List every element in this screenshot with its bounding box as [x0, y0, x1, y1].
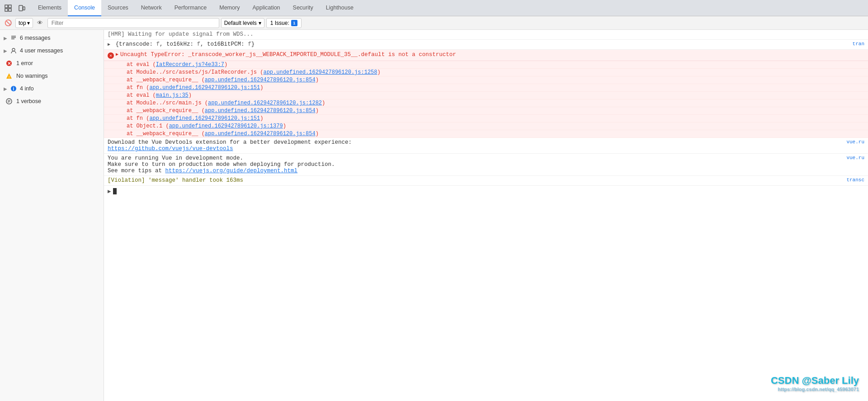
console-line-text: [HMR] Waiting for update signal from WDS… [108, 31, 864, 38]
console-line: Download the Vue Devtools extension for … [104, 138, 868, 154]
prompt-symbol: ▶ [108, 188, 111, 195]
svg-rect-4 [19, 5, 23, 11]
tab-console[interactable]: Console [68, 0, 101, 16]
error-stack-line: at fn (app.undefined.1629427896120.js:15… [104, 84, 868, 92]
context-selector[interactable]: top ▾ [15, 18, 33, 28]
svg-rect-2 [5, 9, 8, 11]
tab-bar: Elements Console Sources Network Perform… [0, 0, 868, 16]
console-source[interactable]: transc [843, 177, 864, 183]
tab-network[interactable]: Network [135, 0, 168, 16]
expand-arrow-icon[interactable]: ▶ [108, 42, 110, 47]
issue-icon: 1 [291, 20, 297, 26]
error-stack-line: at fn (app.undefined.1629427896120.js:15… [104, 115, 868, 123]
svg-rect-3 [9, 9, 11, 11]
user-messages-expand-icon: ▶ [4, 48, 7, 53]
error-expand-icon[interactable]: ▶ [116, 52, 118, 57]
context-dropdown-icon: ▾ [27, 20, 30, 26]
svg-text:i: i [13, 86, 14, 91]
messages-icon [10, 34, 17, 42]
console-line: ▶ {transcode: f, to16kHz: f, to16BitPCM:… [104, 40, 868, 50]
error-stack-line: at Module../src/assets/js/IatRecorder.js… [104, 69, 868, 76]
console-line-text: Download the Vue Devtools extension for … [108, 139, 843, 152]
tabs: Elements Console Sources Network Perform… [32, 0, 360, 16]
error-circle-icon: ✕ [108, 52, 114, 59]
error-stack-line: at Module../src/main.js (app.undefined.1… [104, 99, 868, 107]
error-stack-line: at __webpack_require__ (app.undefined.16… [104, 76, 868, 84]
tab-performance[interactable]: Performance [168, 0, 213, 16]
sidebar-item-info[interactable]: ▶ i 4 info [0, 82, 104, 95]
tab-sources[interactable]: Sources [101, 0, 135, 16]
error-stack-line: at __webpack_require__ (app.undefined.16… [104, 130, 868, 138]
error-stack-line: at eval (main.js:35) [104, 92, 868, 99]
default-levels-button[interactable]: Default levels ▾ [221, 18, 264, 28]
console-source[interactable]: vue.ru [843, 155, 864, 160]
console-violation-line: [Violation] 'message' handler took 163ms… [104, 176, 868, 186]
console-output[interactable]: [HMR] Waiting for update signal from WDS… [104, 30, 868, 401]
messages-expand-icon: ▶ [4, 36, 7, 41]
console-source[interactable]: vue.ru [843, 139, 864, 145]
sidebar-item-verbose[interactable]: 1 verbose [0, 95, 104, 108]
info-icon: i [10, 85, 17, 92]
console-line: You are running Vue in development mode.… [104, 154, 868, 176]
console-line-text: You are running Vue in development mode.… [108, 155, 843, 174]
prompt-cursor [113, 188, 117, 194]
sidebar: ▶ 6 messages ▶ 4 user messages [0, 30, 104, 401]
sidebar-item-warnings[interactable]: ! No warnings [0, 70, 104, 82]
console-toolbar: 🚫 top ▾ 👁 Default levels ▾ 1 Issue: 1 [0, 16, 868, 30]
svg-rect-5 [23, 7, 25, 10]
console-prompt-line[interactable]: ▶ [104, 186, 868, 197]
error-stack-line: at Object.1 (app.undefined.1629427896120… [104, 123, 868, 130]
filter-input[interactable] [47, 18, 219, 28]
svg-point-9 [12, 48, 15, 51]
tab-memory[interactable]: Memory [213, 0, 246, 16]
console-line-text: ▶ {transcode: f, to16kHz: f, to16BitPCM:… [108, 41, 849, 47]
svg-text:!: ! [9, 75, 10, 79]
svg-rect-0 [5, 5, 8, 8]
error-message-text: Uncaught TypeError: _transcode_worker_js… [120, 52, 864, 58]
levels-dropdown-icon: ▾ [259, 20, 261, 26]
sidebar-item-user-messages[interactable]: ▶ 4 user messages [0, 44, 104, 57]
tab-security[interactable]: Security [287, 0, 320, 16]
svg-rect-1 [9, 5, 11, 8]
error-header-line: ✕ ▶ Uncaught TypeError: _transcode_worke… [104, 50, 868, 61]
verbose-icon [5, 98, 13, 105]
sidebar-item-messages[interactable]: ▶ 6 messages [0, 32, 104, 44]
console-line-text: [Violation] 'message' handler took 163ms [108, 177, 843, 184]
tab-elements[interactable]: Elements [32, 0, 68, 16]
info-expand-icon: ▶ [4, 86, 7, 91]
tab-lighthouse[interactable]: Lighthouse [320, 0, 360, 16]
clear-console-button[interactable]: 🚫 [3, 18, 14, 28]
error-stack-line: at eval (IatRecorder.js?4e33:7) [104, 61, 868, 69]
sidebar-item-errors[interactable]: ✕ 1 error [0, 57, 104, 70]
device-toggle-icon[interactable] [15, 2, 28, 14]
issue-badge[interactable]: 1 Issue: 1 [266, 18, 302, 28]
error-stack-line: at __webpack_require__ (app.undefined.16… [104, 107, 868, 115]
svg-text:✕: ✕ [7, 61, 11, 66]
warning-icon: ! [5, 72, 13, 80]
console-line: [HMR] Waiting for update signal from WDS… [104, 30, 868, 40]
user-messages-icon [10, 47, 17, 54]
main-area: ▶ 6 messages ▶ 4 user messages [0, 30, 868, 401]
tab-bar-left [2, 2, 28, 14]
error-icon: ✕ [5, 60, 13, 67]
console-source[interactable]: tran [849, 41, 864, 47]
preserve-log-button[interactable]: 👁 [35, 18, 46, 28]
tab-application[interactable]: Application [246, 0, 286, 16]
inspect-icon[interactable] [2, 2, 14, 14]
